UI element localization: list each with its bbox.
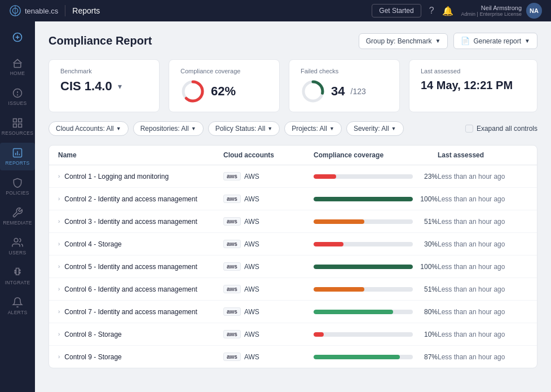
bar-fill-5 xyxy=(314,287,364,292)
get-started-button[interactable]: Get Started xyxy=(372,4,421,17)
users-icon xyxy=(12,237,23,248)
table-row[interactable]: › Control 9 - Storage aws AWS 87% Less t… xyxy=(49,346,537,368)
row-cloud-2: aws AWS xyxy=(223,217,314,226)
expand-all-controls[interactable]: Exapand all controls xyxy=(465,125,537,133)
sidebar-item-remediate[interactable]: REMEDIATE xyxy=(0,202,35,230)
policy-status-filter[interactable]: Policy Status: All ▼ xyxy=(208,121,280,136)
row-chevron-5[interactable]: › xyxy=(58,286,60,292)
compliance-coverage-pct: 62% xyxy=(211,84,236,99)
row-chevron-2[interactable]: › xyxy=(58,218,60,224)
generate-report-button[interactable]: 📄 Generate report ▼ xyxy=(453,33,537,49)
bar-pct-5: 51% xyxy=(417,285,438,293)
help-icon[interactable]: ? xyxy=(429,6,434,16)
row-control-name-0: Control 1 - Logging and monitoring xyxy=(64,173,169,180)
last-assessed-card: Last assessed 14 May, 12:21 PM xyxy=(409,59,537,112)
filter-chevron-1: ▼ xyxy=(116,126,121,131)
bar-bg-2 xyxy=(314,219,413,224)
alert-circle-icon xyxy=(12,87,23,99)
avatar[interactable]: NA xyxy=(526,3,542,19)
row-name-8: › Control 9 - Storage xyxy=(58,353,223,361)
cloud-name-5: AWS xyxy=(244,285,259,293)
sidebar-item-home[interactable]: HOME xyxy=(0,53,35,81)
filter-chevron-4: ▼ xyxy=(329,126,334,131)
bar-bg-7 xyxy=(314,332,413,337)
plus-circle-icon xyxy=(12,32,23,43)
row-last-assessed-0: Less than an hour ago xyxy=(438,173,528,180)
row-last-assessed-6: Less than an hour ago xyxy=(438,308,528,316)
cloud-accounts-filter[interactable]: Cloud Accounts: All ▼ xyxy=(49,121,129,136)
benchmark-value: CIS 1.4.0 xyxy=(60,79,112,94)
page-header: Compliance Report Group by: Benchmark ▼ … xyxy=(49,33,537,49)
aws-badge-8: aws xyxy=(223,353,241,361)
expand-all-checkbox[interactable] xyxy=(465,125,473,133)
table-row[interactable]: › Control 4 - Storage aws AWS 30% Less t… xyxy=(49,233,537,256)
row-coverage-5: 51% xyxy=(314,285,438,293)
row-control-name-1: Control 2 - Identity and access manageme… xyxy=(64,195,197,203)
row-chevron-7[interactable]: › xyxy=(58,331,60,337)
bar-bg-0 xyxy=(314,174,413,179)
expand-all-label: Exapand all controls xyxy=(477,125,537,133)
aws-badge-5: aws xyxy=(223,285,241,293)
projects-filter-label: Projects: All xyxy=(292,125,327,133)
header-actions: Group by: Benchmark ▼ 📄 Generate report … xyxy=(359,33,537,49)
failed-checks-total: /123 xyxy=(350,87,365,96)
table-row[interactable]: › Control 3 - Identity and access manage… xyxy=(49,210,537,233)
chevron-down-icon: ▼ xyxy=(435,38,440,44)
failed-checks-donut xyxy=(301,79,325,104)
group-by-button[interactable]: Group by: Benchmark ▼ xyxy=(359,33,448,49)
table-row[interactable]: › Control 6 - Identity and access manage… xyxy=(49,278,537,301)
aws-badge-1: aws xyxy=(223,195,241,203)
row-cloud-1: aws AWS xyxy=(223,195,314,203)
row-chevron-1[interactable]: › xyxy=(58,196,60,202)
reports-icon xyxy=(12,147,23,158)
sidebar-item-issues[interactable]: ISSUES xyxy=(0,83,35,111)
table-row[interactable]: › Control 2 - Identity and access manage… xyxy=(49,188,537,210)
cloud-accounts-filter-label: Cloud Accounts: All xyxy=(56,125,114,133)
row-coverage-1: 100% xyxy=(314,195,438,203)
row-chevron-3[interactable]: › xyxy=(58,241,60,247)
sidebar-item-alerts[interactable]: ALERTS xyxy=(0,292,35,320)
sidebar-item-add[interactable] xyxy=(0,27,35,47)
row-chevron-4[interactable]: › xyxy=(58,263,60,270)
bar-pct-2: 51% xyxy=(417,218,438,226)
last-assessed-label: Last assessed xyxy=(421,68,526,74)
sidebar-item-resources[interactable]: RESOURCES xyxy=(0,113,35,140)
table-row[interactable]: › Control 1 - Logging and monitoring aws… xyxy=(49,165,537,188)
sidebar-item-users-label: USERS xyxy=(9,250,27,256)
table-row[interactable]: › Control 7 - Identity and access manage… xyxy=(49,301,537,323)
user-details: Neil Armstrong Admin | Enterprise Licens… xyxy=(461,5,522,17)
row-chevron-6[interactable]: › xyxy=(58,309,60,315)
bar-bg-3 xyxy=(314,242,413,246)
benchmark-chevron[interactable]: ▾ xyxy=(118,82,122,91)
severity-filter-label: Severity: All xyxy=(354,125,389,133)
svg-rect-6 xyxy=(14,63,21,68)
bar-pct-1: 100% xyxy=(417,195,438,203)
sidebar-item-policies[interactable]: POLICIES xyxy=(0,173,35,200)
row-control-name-6: Control 7 - Identity and access manageme… xyxy=(64,308,197,316)
sidebar-item-users[interactable]: USERS xyxy=(0,232,35,260)
policy-status-filter-label: Policy Status: All xyxy=(215,125,266,133)
sidebar-item-reports[interactable]: REPORTS xyxy=(0,143,35,170)
bell-icon[interactable]: 🔔 xyxy=(442,6,453,16)
svg-rect-10 xyxy=(14,119,17,122)
chevron-down-icon-2: ▼ xyxy=(524,38,530,44)
sidebar-item-remediate-label: REMEDIATE xyxy=(3,220,32,226)
row-cloud-3: aws AWS xyxy=(223,240,314,248)
nav-right: Get Started ? 🔔 Neil Armstrong Admin | E… xyxy=(372,3,542,19)
sidebar-item-integrate[interactable]: INTGRATE xyxy=(0,262,35,290)
row-coverage-6: 80% xyxy=(314,308,438,316)
repositories-filter-label: Repositories: All xyxy=(140,125,189,133)
table-row[interactable]: › Control 8 - Storage aws AWS 10% Less t… xyxy=(49,323,537,346)
table-row[interactable]: › Control 5 - Identity and access manage… xyxy=(49,256,537,278)
bar-bg-1 xyxy=(314,197,413,201)
svg-point-9 xyxy=(17,95,18,95)
table-body: › Control 1 - Logging and monitoring aws… xyxy=(49,165,537,368)
row-chevron-0[interactable]: › xyxy=(58,173,60,179)
row-control-name-8: Control 9 - Storage xyxy=(64,353,121,361)
projects-filter[interactable]: Projects: All ▼ xyxy=(284,121,342,136)
severity-filter[interactable]: Severity: All ▼ xyxy=(346,121,404,136)
main-layout: HOME ISSUES RESOURCES REPORTS POLIC xyxy=(0,21,551,392)
repositories-filter[interactable]: Repositories: All ▼ xyxy=(133,121,204,136)
sidebar-item-alerts-label: ALERTS xyxy=(8,310,28,315)
row-chevron-8[interactable]: › xyxy=(58,354,60,360)
